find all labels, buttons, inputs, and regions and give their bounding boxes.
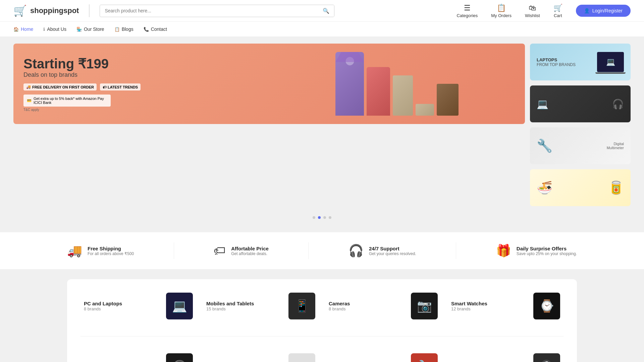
mobile-name: Mobiles and Tablets	[206, 301, 254, 306]
nav-home[interactable]: 🏠 Home	[13, 23, 33, 35]
mobile-brands: 15 brands	[206, 306, 254, 311]
tools-img: 🔧	[537, 138, 552, 153]
home-icon: 🏠	[13, 27, 19, 32]
free-delivery-badge: 🚚 FREE DELIVERY ON FIRST ORDER	[23, 83, 97, 90]
camera-brands: 8 brands	[329, 306, 350, 311]
shirt-visual	[367, 67, 390, 116]
tools-text: DigitalMultimeter	[607, 142, 624, 150]
category-appliances[interactable]: Home Appliances 9 brands 🍳	[448, 350, 564, 362]
trends-icon: 🏷	[103, 85, 106, 89]
login-register-button[interactable]: 👤 Login/Register	[576, 5, 631, 17]
watch-brands: 12 brands	[451, 306, 487, 311]
bag-visual	[437, 84, 459, 116]
categories-section: PC and Laptops 8 brands 💻 Mobiles and Ta…	[0, 269, 644, 362]
support-subtitle: Get your queries resolved.	[369, 251, 416, 256]
nav-home-label: Home	[21, 26, 33, 32]
nav-store-label: Our Store	[84, 26, 104, 32]
laptop-brands: 8 brands	[84, 306, 122, 311]
tools-banner[interactable]: 🔧 DigitalMultimeter	[530, 127, 631, 164]
food-img2: 🥫	[608, 180, 624, 195]
laptop-img-cat: 💻	[166, 293, 193, 319]
categories-button[interactable]: ☰ Categories	[457, 4, 478, 18]
search-input[interactable]	[100, 5, 318, 16]
dot-2[interactable]	[318, 216, 321, 219]
free-delivery-text: FREE DELIVERY ON FIRST ORDER	[32, 85, 94, 89]
logo-area: 🛒 shoppingspot	[13, 4, 90, 17]
laptop-img: 💻	[597, 52, 624, 72]
nav-our-store[interactable]: 🏪 Our Store	[76, 23, 104, 35]
hero-subtitle: Deals on top brands	[23, 71, 141, 78]
watch-name: Smart Watches	[451, 301, 487, 306]
appliances-img-cat: 🍳	[533, 353, 560, 362]
search-bar: 🔍	[100, 5, 334, 17]
fashion-img-cat: 👟	[288, 353, 315, 362]
contact-icon: 📞	[144, 27, 149, 32]
categories-icon: ☰	[464, 4, 471, 12]
hero-section: Starting ₹199 Deals on top brands 🚚 FREE…	[13, 44, 631, 206]
info-icon: ℹ	[43, 27, 45, 32]
divider-3	[456, 242, 456, 259]
category-earphones[interactable]: Earphones 5 brands 🎧	[80, 350, 196, 362]
bank-offer-text: Get extra up to 5% back* with Amazon Pay…	[34, 97, 107, 105]
category-watches[interactable]: Smart Watches 12 brands ⌚	[448, 289, 564, 323]
header-actions: ☰ Categories 📋 My Orders 🛍 Wishlist 🛒 Ca…	[457, 4, 631, 18]
camera-name: Cameras	[329, 301, 350, 306]
earphone-img-cat: 🎧	[166, 353, 193, 362]
search-button[interactable]: 🔍	[318, 5, 334, 17]
nav-about-us[interactable]: ℹ About Us	[43, 23, 66, 35]
cart-label: Cart	[554, 13, 562, 18]
nav-blogs[interactable]: 📋 Blogs	[114, 23, 133, 35]
feature-shipping: 🚚 Free Shipping For all orders above ₹50…	[67, 244, 134, 258]
bank-icon: 💳	[27, 99, 32, 103]
feature-price: 🏷 Affortable Price Get affortable deals.	[214, 244, 269, 258]
nav-blogs-label: Blogs	[122, 26, 133, 32]
price-subtitle: Get affortable deals.	[231, 251, 269, 256]
laptop-banner[interactable]: LAPTOPS FROM TOP BRANDS 💻	[530, 44, 631, 80]
camera-img-cat: 📷	[411, 293, 438, 319]
gift-icon: 🎁	[496, 244, 511, 258]
truck-icon: 🚚	[67, 244, 82, 258]
wishlist-icon: 🛍	[529, 4, 536, 12]
offers-title: Daily Surprise Offers	[517, 246, 577, 251]
divider-2	[308, 242, 309, 259]
wishlist-label: Wishlist	[525, 13, 540, 18]
shoe-visual	[416, 104, 434, 116]
login-label: Login/Register	[592, 8, 623, 13]
category-fashion[interactable]: Fashion 11 brands 👟	[203, 350, 319, 362]
dress-visual	[335, 52, 364, 116]
category-cameras[interactable]: Cameras 8 brands 📷	[325, 289, 441, 323]
main-content: Starting ₹199 Deals on top brands 🚚 FREE…	[0, 37, 644, 232]
categories-card: PC and Laptops 8 brands 💻 Mobiles and Ta…	[67, 279, 577, 362]
wishlist-button[interactable]: 🛍 Wishlist	[525, 4, 540, 18]
headset-icon: 🎧	[348, 244, 364, 258]
feature-offers: 🎁 Daily Surprise Offers Save upto 25% on…	[496, 244, 577, 258]
my-orders-label: My Orders	[491, 13, 512, 18]
nav-contact[interactable]: 📞 Contact	[144, 23, 167, 35]
food-img: 🍜	[537, 180, 552, 195]
hero-text-block: Starting ₹199 Deals on top brands 🚚 FREE…	[13, 46, 151, 122]
my-orders-button[interactable]: 📋 My Orders	[491, 4, 512, 18]
mobile-img-cat: 📱	[288, 293, 315, 319]
food-banner[interactable]: 🍜 🥫	[530, 169, 631, 206]
laptop-name: PC and Laptops	[84, 301, 122, 306]
cart-button[interactable]: 🛒 Cart	[553, 4, 562, 18]
price-tag-icon: 🏷	[214, 244, 226, 258]
support-title: 24/7 Support	[369, 246, 416, 251]
categories-label: Categories	[457, 13, 478, 18]
slider-dots	[13, 216, 631, 219]
category-laptops[interactable]: PC and Laptops 8 brands 💻	[80, 289, 196, 323]
logo-text: shoppingspot	[30, 6, 79, 15]
category-powertools[interactable]: Power Tools 6 brands 🔧	[325, 350, 441, 362]
cart-icon: 🛒	[553, 4, 562, 12]
hero-badges: 🚚 FREE DELIVERY ON FIRST ORDER 🏷 LATEST …	[23, 83, 141, 90]
shipping-subtitle: For all orders above ₹500	[88, 251, 134, 256]
dot-4[interactable]	[329, 216, 331, 219]
hero-image-area	[269, 44, 525, 124]
category-mobiles[interactable]: Mobiles and Tablets 15 brands 📱	[203, 289, 319, 323]
latest-trends-text: LATEST TRENDS	[108, 85, 138, 89]
tech-banner[interactable]: 💻 🎧	[530, 85, 631, 122]
shipping-texts: Free Shipping For all orders above ₹500	[88, 246, 134, 256]
delivery-icon: 🚚	[26, 85, 31, 89]
dot-3[interactable]	[323, 216, 326, 219]
dot-1[interactable]	[313, 216, 315, 219]
